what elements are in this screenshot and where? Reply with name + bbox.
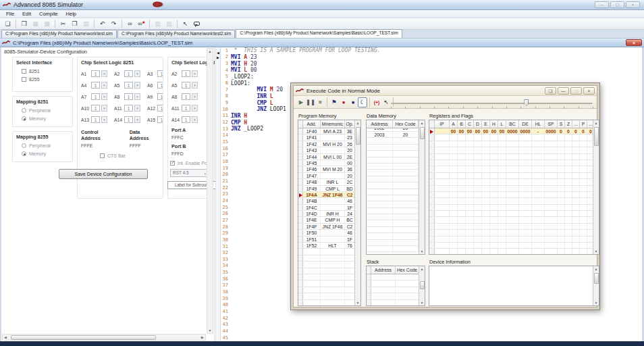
window-1-button[interactable]: ▥	[152, 19, 163, 29]
scroll-up-icon[interactable]: ▲	[419, 120, 425, 126]
pin-a13-select[interactable]: A131▼	[81, 116, 107, 123]
dialog-dock-button[interactable]: ❏	[545, 87, 556, 95]
pin-a15-select[interactable]: A151▼	[147, 116, 163, 123]
scroll-down-icon[interactable]: ▼	[419, 300, 425, 305]
peripheral-radio[interactable]: Peripheral	[22, 143, 69, 148]
cut-button[interactable]: ✂	[57, 19, 69, 29]
table-row[interactable]	[367, 164, 425, 170]
dropdown-arrow-icon[interactable]: ▼	[134, 70, 140, 77]
pin-a9-select[interactable]: A91▼	[147, 93, 163, 100]
pin-a5-select[interactable]: A51▼	[171, 82, 212, 89]
scroll-thumb[interactable]	[356, 127, 360, 145]
dropdown-arrow-icon[interactable]: ▼	[192, 105, 198, 112]
horizontal-scroll-thumb[interactable]	[11, 335, 156, 340]
scroll-down-icon[interactable]: ▼	[593, 300, 599, 305]
table-row[interactable]	[429, 243, 599, 249]
table-row[interactable]	[367, 201, 425, 207]
table-row[interactable]	[429, 249, 599, 255]
pin-a2-select[interactable]: A21▼	[171, 70, 212, 77]
table-row[interactable]	[298, 249, 360, 255]
paste-button[interactable]: ▤	[80, 19, 92, 29]
checkbox-box[interactable]	[22, 69, 26, 74]
dropdown-arrow-icon[interactable]: ▼	[134, 93, 140, 100]
close-button[interactable]: ×	[626, 1, 640, 8]
table-row[interactable]	[367, 208, 425, 214]
table-row[interactable]	[298, 268, 360, 274]
dropdown-arrow-icon[interactable]: ▼	[192, 116, 198, 123]
collapse-right-icon[interactable]: ▶	[217, 56, 219, 59]
table-row[interactable]	[367, 233, 425, 239]
dropdown-arrow-icon[interactable]: ▼	[134, 116, 140, 123]
scroll-down-icon[interactable]: ▼	[593, 249, 599, 254]
dropdown-arrow-icon[interactable]: ▼	[101, 105, 107, 112]
execute-dialog[interactable]: Execute Code in Normal Mode ❏ — ▢ × ▶❚❚■…	[290, 82, 600, 310]
table-row[interactable]	[367, 220, 425, 226]
table-row[interactable]	[367, 227, 425, 233]
pin-a14-select[interactable]: A141▼	[114, 116, 140, 123]
scroll-down-icon[interactable]: ▼	[207, 328, 213, 333]
radio-circle[interactable]	[22, 143, 26, 148]
dropdown-arrow-icon[interactable]: ▼	[101, 70, 107, 77]
table-row[interactable]	[367, 195, 425, 201]
peripheral-radio[interactable]: Peripheral	[22, 108, 69, 113]
dropdown-arrow-icon[interactable]: ▼	[134, 105, 140, 112]
8255-checkbox[interactable]: 8255	[22, 77, 69, 82]
window-2-button[interactable]: ▥	[163, 19, 175, 29]
pointer-button[interactable]: ↖	[180, 19, 191, 29]
pin-a5-select[interactable]: A51▼	[114, 82, 140, 89]
pin-a11-select[interactable]: A111▼	[171, 105, 212, 112]
redo-button[interactable]: ↷	[108, 19, 119, 29]
scroll-down-icon[interactable]: ▼	[419, 249, 425, 254]
data-memory-table[interactable]: AddressHex Code200220200320▲▼	[366, 120, 425, 255]
table-row[interactable]	[367, 157, 425, 164]
table-row[interactable]: 1F4C1F	[298, 205, 360, 211]
scroll-up-icon[interactable]: ▲	[355, 120, 360, 126]
undo-button[interactable]: ↶	[97, 19, 108, 29]
table-row[interactable]	[367, 145, 425, 151]
dropdown-arrow-icon[interactable]: ▼	[134, 82, 140, 89]
cts-bar-checkbox[interactable]: CTS Bar	[100, 153, 159, 158]
table-row[interactable]: 1F42MVI H 2026	[298, 141, 360, 147]
dropdown-arrow-icon[interactable]: ▼	[192, 82, 198, 89]
dropdown-arrow-icon[interactable]: ▼	[101, 93, 107, 100]
radio-circle[interactable]	[22, 116, 26, 121]
scroll-up-icon[interactable]: ▲	[593, 120, 599, 126]
radio-circle[interactable]	[22, 108, 26, 113]
rst-select[interactable]: RST 4.5	[170, 169, 208, 177]
table-row[interactable]: 1F46MVI M 2036	[298, 166, 360, 172]
config-horizontal-scrollbar[interactable]: ◀ ▶	[2, 334, 206, 341]
title-bar[interactable]: Advanced 8085 Simulator — ▢ ×	[0, 0, 644, 10]
device-information-area[interactable]: ▲▼	[429, 266, 599, 306]
dialog-maximize-button[interactable]: ▢	[570, 87, 582, 95]
flag-button[interactable]: ⚑	[329, 97, 339, 107]
table-row[interactable]	[367, 138, 425, 144]
pin-a7-select[interactable]: A71▼	[81, 93, 107, 100]
table-row[interactable]	[429, 186, 599, 192]
table-row[interactable]	[429, 205, 599, 211]
save-all-button[interactable]: ▩	[41, 19, 53, 29]
scroll-thumb[interactable]	[420, 281, 425, 289]
save-device-configuration-button[interactable]: Save Device Configuration	[59, 169, 148, 179]
find-replace-button[interactable]: ∞✱	[136, 19, 147, 29]
scroll-thumb[interactable]	[594, 127, 599, 146]
dialog-close-button[interactable]: ×	[583, 87, 595, 95]
panel-splitter[interactable]: ◀ ▶	[215, 47, 221, 341]
pin-a14-select[interactable]: A141▼	[171, 116, 212, 123]
menu-compile[interactable]: Compile	[35, 11, 62, 17]
table-row[interactable]	[367, 170, 425, 176]
scroll-up-icon[interactable]: ▲	[593, 266, 599, 272]
table-row[interactable]	[367, 287, 425, 293]
memory-radio[interactable]: Memory	[22, 151, 69, 156]
table-row[interactable]	[298, 293, 360, 299]
moon-button[interactable]: ☾	[358, 97, 367, 107]
maximize-button[interactable]: ▢	[610, 1, 624, 8]
table-row[interactable]	[429, 173, 599, 179]
table-row[interactable]: 1F52HLT76	[298, 243, 360, 249]
dropdown-arrow-icon[interactable]: ▼	[101, 116, 107, 123]
cts-bar-box[interactable]	[100, 153, 105, 158]
table-row[interactable]: 1F4123	[298, 134, 360, 141]
stack-table[interactable]: AddressHex Code▲▼	[366, 266, 425, 306]
table-row[interactable]: 1F4FJNZ 1F46C2	[298, 224, 360, 230]
scroll-thumb[interactable]	[420, 127, 425, 139]
table-row[interactable]	[429, 154, 599, 160]
